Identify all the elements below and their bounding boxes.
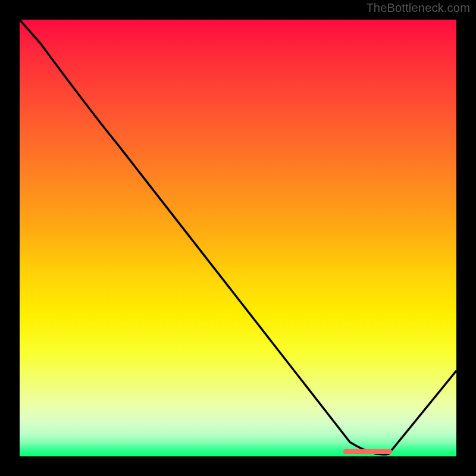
chart-container: TheBottleneck.com	[0, 0, 476, 476]
watermark-label: TheBottleneck.com	[366, 1, 470, 15]
curve-path	[20, 20, 456, 455]
bottleneck-curve	[20, 20, 456, 456]
